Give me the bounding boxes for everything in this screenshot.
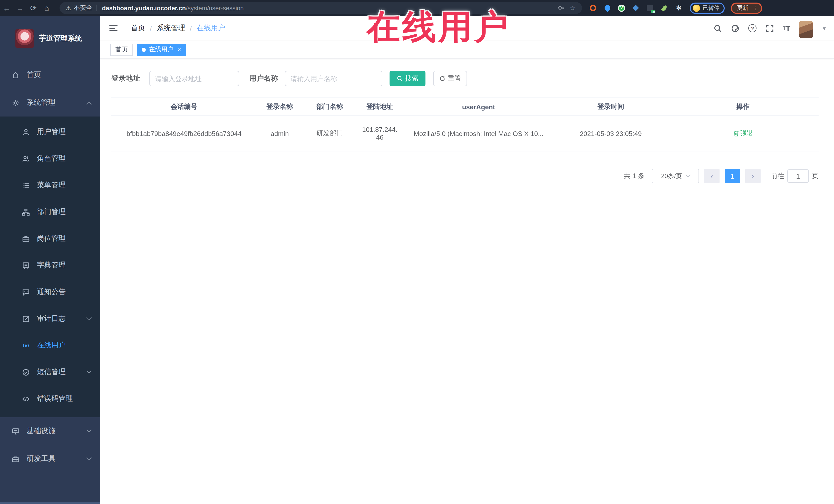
users-icon — [22, 155, 30, 162]
home-icon — [11, 71, 20, 79]
tag-online-users[interactable]: 在线用户 × — [137, 43, 186, 56]
sidebar-item-dev-tools[interactable]: 研发工具 — [0, 445, 100, 473]
login-address-label: 登录地址 — [111, 74, 140, 83]
search-icon — [396, 75, 403, 82]
sidebar-item-infrastructure[interactable]: 基础设施 — [0, 417, 100, 445]
sidebar-item-dicts[interactable]: 字典管理 — [0, 252, 100, 279]
address-bar[interactable]: ⚠ 不安全 dashboard.yudao.iocoder.cn /system… — [60, 2, 582, 14]
org-tree-icon — [22, 208, 30, 216]
breadcrumb-home[interactable]: 首页 — [131, 24, 145, 33]
column-header: 登陆地址 — [357, 99, 403, 114]
user-icon — [22, 128, 30, 136]
sidebar-bottom-strip — [0, 502, 100, 504]
sidebar-item-label: 短信管理 — [37, 368, 66, 377]
sidebar-item-error-codes[interactable]: 错误码管理 — [0, 386, 100, 412]
browser-reload-icon[interactable]: ⟳ — [27, 3, 40, 13]
search-button[interactable]: 搜索 — [390, 71, 425, 86]
prev-page-button[interactable]: ‹ — [704, 169, 720, 183]
briefcase-icon — [22, 235, 30, 242]
tag-home[interactable]: 首页 — [110, 43, 133, 56]
sidebar-item-audit-logs[interactable]: 审计日志 — [0, 305, 100, 332]
sidebar-item-notices[interactable]: 通知公告 — [0, 279, 100, 305]
clipboard-edit-icon — [22, 315, 30, 323]
extension-icon[interactable] — [660, 4, 668, 12]
force-logout-button[interactable]: 强退 — [733, 129, 753, 138]
next-page-button[interactable]: › — [745, 169, 761, 183]
cell-login-name: admin — [257, 127, 303, 140]
close-icon[interactable]: × — [178, 46, 181, 53]
screen: 在线用户 ← → ⟳ ⌂ ⚠ 不安全 dashboard.yudao.iocod… — [0, 0, 834, 504]
reset-button[interactable]: 重置 — [433, 71, 467, 86]
sidebar-item-menus[interactable]: 菜单管理 — [0, 172, 100, 199]
page-1-button[interactable]: 1 — [725, 169, 740, 183]
monitor-icon — [11, 427, 20, 435]
chevron-down-icon — [86, 455, 92, 460]
cell-dept-name: 研发部门 — [303, 126, 357, 141]
extension-icon[interactable]: V — [618, 4, 625, 12]
collapse-sidebar-icon[interactable] — [109, 25, 117, 31]
extension-icon[interactable] — [603, 4, 611, 12]
username-label: 用户名称 — [249, 74, 278, 83]
browser-menu-icon[interactable]: ⋮ — [752, 5, 758, 11]
cell-user-agent: Mozilla/5.0 (Macintosh; Intel Mac OS X 1… — [403, 127, 554, 140]
user-avatar[interactable] — [799, 21, 813, 38]
sidebar-submenu: 用户管理 角色管理 菜单管理 — [0, 116, 100, 417]
update-label: 更新 — [737, 4, 748, 12]
sidebar-item-label: 岗位管理 — [37, 234, 66, 243]
key-icon[interactable] — [558, 5, 565, 11]
app-title: 芋道管理系统 — [39, 34, 82, 43]
column-header: 操作 — [667, 99, 819, 114]
bookmark-star-icon[interactable]: ☆ — [570, 4, 576, 12]
login-address-input[interactable] — [149, 71, 239, 86]
extension-icon[interactable]: ✻ — [675, 4, 683, 12]
extension-icon[interactable] — [589, 4, 597, 12]
browser-back-icon[interactable]: ← — [0, 4, 13, 12]
goto-page-input[interactable] — [787, 169, 809, 183]
sidebar-item-departments[interactable]: 部门管理 — [0, 199, 100, 225]
browser-home-icon[interactable]: ⌂ — [40, 4, 53, 12]
font-size-icon[interactable]: TT — [783, 24, 790, 32]
sidebar-item-online-users[interactable]: 在线用户 — [0, 332, 100, 359]
search-icon[interactable] — [714, 24, 722, 32]
github-icon[interactable] — [731, 24, 740, 32]
app-logo-row[interactable]: 芋道管理系统 — [0, 16, 100, 61]
browser-update-button[interactable]: 更新 ⋮ — [731, 2, 762, 14]
url-divider — [96, 5, 97, 11]
sidebar-item-label: 用户管理 — [37, 127, 66, 136]
sidebar-item-roles[interactable]: 角色管理 — [0, 145, 100, 172]
chevron-down-icon — [685, 172, 690, 177]
column-header: 登录名称 — [257, 99, 303, 114]
sidebar-item-system[interactable]: 系统管理 — [0, 89, 100, 116]
page-content: 登录地址 用户名称 搜索 重置 会话编号 — [100, 59, 834, 504]
tags-view-bar: 首页 在线用户 × — [100, 41, 834, 59]
chevron-up-icon — [86, 102, 92, 107]
sidebar-item-label: 角色管理 — [37, 154, 66, 163]
translate-extension-icon[interactable]: en — [646, 4, 654, 12]
paused-badge: 已暂停 — [703, 4, 720, 12]
sidebar-item-label: 菜单管理 — [37, 181, 66, 190]
fullscreen-icon[interactable] — [766, 24, 774, 32]
sidebar-item-label: 通知公告 — [37, 287, 66, 297]
url-host: dashboard.yudao.iocoder.cn — [102, 4, 186, 12]
pagination: 共 1 条 20条/页 ‹ 1 › 前往 页 — [111, 169, 819, 183]
sidebar-item-home[interactable]: 首页 — [0, 61, 100, 89]
paused-extension-chip[interactable]: 已暂停 — [690, 2, 725, 14]
chevron-down-icon — [86, 427, 92, 432]
sidebar-item-label: 研发工具 — [27, 454, 56, 463]
sidebar-item-users[interactable]: 用户管理 — [0, 118, 100, 145]
page-size-select[interactable]: 20条/页 — [652, 169, 699, 183]
username-input[interactable] — [285, 71, 382, 86]
column-header: 登录时间 — [554, 99, 667, 114]
extension-icon[interactable] — [632, 4, 639, 12]
avatar-caret-down-icon[interactable]: ▼ — [822, 25, 827, 31]
page-unit-label: 页 — [812, 171, 819, 181]
toolbox-icon — [11, 455, 20, 463]
table-header-row: 会话编号 登录名称 部门名称 登陆地址 userAgent 登录时间 操作 — [111, 97, 819, 116]
sidebar-item-label: 首页 — [27, 70, 41, 80]
sidebar-item-posts[interactable]: 岗位管理 — [0, 225, 100, 252]
app-logo — [15, 29, 34, 48]
help-icon[interactable]: ? — [749, 24, 757, 32]
browser-forward-icon[interactable]: → — [13, 4, 27, 12]
breadcrumb-section[interactable]: 系统管理 — [156, 24, 185, 33]
sidebar-item-sms[interactable]: 短信管理 — [0, 359, 100, 386]
